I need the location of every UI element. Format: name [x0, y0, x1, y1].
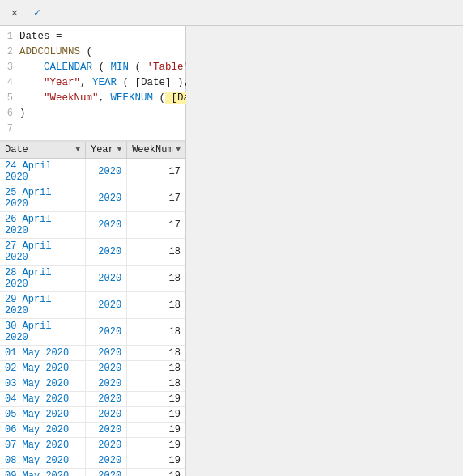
- cell-year: 2020: [85, 319, 126, 346]
- col-header-date: Date▼: [0, 142, 85, 159]
- table-row: 24 April 2020202017: [0, 159, 185, 185]
- close-icon[interactable]: ✕: [6, 5, 23, 21]
- line-content: ): [19, 106, 26, 121]
- cell-year: 2020: [85, 438, 126, 453]
- filter-icon-date[interactable]: ▼: [76, 146, 80, 154]
- cell-date: 30 April 2020: [0, 319, 85, 346]
- code-line: 2ADDCOLUMNS (: [0, 45, 185, 60]
- cell-weeknum: 18: [127, 346, 185, 361]
- cell-date: 08 May 2020: [0, 453, 85, 469]
- cell-date: 03 May 2020: [0, 376, 85, 392]
- cell-year: 2020: [85, 392, 126, 407]
- filter-icon-weeknum[interactable]: ▼: [176, 146, 181, 154]
- cell-date: 09 May 2020: [0, 469, 85, 477]
- line-number: 6: [0, 106, 19, 121]
- cell-weeknum: 18: [127, 319, 185, 346]
- cell-year: 2020: [85, 423, 126, 438]
- cell-weeknum: 18: [127, 266, 185, 292]
- table-container[interactable]: Date▼Year▼WeekNum▼ 24 April 202020201725…: [0, 141, 185, 476]
- table-row: 09 May 2020202019: [0, 469, 185, 477]
- main-layout: 1Dates = 2ADDCOLUMNS (3 CALENDAR ( MIN (…: [0, 26, 463, 476]
- table-row: 02 May 2020202018: [0, 361, 185, 376]
- line-number: 3: [0, 60, 19, 75]
- table-row: 25 April 2020202017: [0, 185, 185, 212]
- table-body: 24 April 202020201725 April 202020201726…: [0, 159, 185, 477]
- cell-date: 07 May 2020: [0, 438, 85, 453]
- line-number: 2: [0, 45, 19, 60]
- cell-year: 2020: [85, 407, 126, 423]
- cell-year: 2020: [85, 376, 126, 392]
- cell-date: 26 April 2020: [0, 212, 85, 239]
- table-row: 07 May 2020202019: [0, 438, 185, 453]
- line-content: Dates =: [19, 29, 68, 45]
- code-line: 4 "Year", YEAR ( [Date] ),: [0, 75, 185, 91]
- cell-weeknum: 18: [127, 376, 185, 392]
- cell-year: 2020: [85, 266, 126, 292]
- line-number: 5: [0, 91, 19, 106]
- confirm-icon[interactable]: ✓: [29, 5, 45, 21]
- right-panel: [186, 26, 463, 476]
- col-header-year: Year▼: [85, 142, 126, 159]
- table-row: 04 May 2020202019: [0, 392, 185, 407]
- cell-weeknum: 18: [127, 361, 185, 376]
- table-row: 27 April 2020202018: [0, 239, 185, 266]
- cell-weeknum: 17: [127, 159, 185, 185]
- cell-date: 02 May 2020: [0, 361, 85, 376]
- table-row: 30 April 2020202018: [0, 319, 185, 346]
- cell-weeknum: 19: [127, 469, 185, 477]
- cell-weeknum: 18: [127, 239, 185, 266]
- code-line: 7: [0, 121, 185, 137]
- code-editor[interactable]: 1Dates = 2ADDCOLUMNS (3 CALENDAR ( MIN (…: [0, 26, 185, 141]
- cell-weeknum: 19: [127, 423, 185, 438]
- cell-weeknum: 19: [127, 392, 185, 407]
- left-panel: 1Dates = 2ADDCOLUMNS (3 CALENDAR ( MIN (…: [0, 26, 186, 476]
- data-table: Date▼Year▼WeekNum▼ 24 April 202020201725…: [0, 142, 185, 476]
- cell-weeknum: 17: [127, 212, 185, 239]
- cell-weeknum: 17: [127, 185, 185, 212]
- cell-weeknum: 19: [127, 407, 185, 423]
- cell-date: 29 April 2020: [0, 292, 85, 319]
- cell-date: 01 May 2020: [0, 346, 85, 361]
- cell-date: 24 April 2020: [0, 159, 85, 185]
- line-number: 1: [0, 29, 19, 45]
- table-row: 01 May 2020202018: [0, 346, 185, 361]
- table-row: 26 April 2020202017: [0, 212, 185, 239]
- cell-year: 2020: [85, 159, 126, 185]
- code-line: 3 CALENDAR ( MIN ( 'Table'[Date] ), MAX …: [0, 60, 185, 75]
- col-header-weeknum: WeekNum▼: [127, 142, 185, 159]
- cell-year: 2020: [85, 239, 126, 266]
- cell-weeknum: 18: [127, 292, 185, 319]
- code-lines: 1Dates = 2ADDCOLUMNS (3 CALENDAR ( MIN (…: [0, 26, 185, 140]
- line-content: ADDCOLUMNS (: [19, 45, 92, 60]
- table-row: 08 May 2020202019: [0, 453, 185, 469]
- line-number: 7: [0, 121, 19, 137]
- table-row: 06 May 2020202019: [0, 423, 185, 438]
- cell-year: 2020: [85, 346, 126, 361]
- table-row: 05 May 2020202019: [0, 407, 185, 423]
- line-content: "Year", YEAR ( [Date] ),: [19, 75, 189, 91]
- cell-year: 2020: [85, 453, 126, 469]
- cell-date: 06 May 2020: [0, 423, 85, 438]
- cell-year: 2020: [85, 185, 126, 212]
- code-line: 1Dates =: [0, 29, 185, 45]
- table-row: 03 May 2020202018: [0, 376, 185, 392]
- line-number: 4: [0, 75, 19, 91]
- table-row: 28 April 2020202018: [0, 266, 185, 292]
- table-header: Date▼Year▼WeekNum▼: [0, 142, 185, 159]
- code-line: 6): [0, 106, 185, 121]
- cell-year: 2020: [85, 361, 126, 376]
- cell-weeknum: 19: [127, 453, 185, 469]
- cell-date: 05 May 2020: [0, 407, 85, 423]
- table-row: 29 April 2020202018: [0, 292, 185, 319]
- toolbar: ✕ ✓: [0, 0, 463, 26]
- cell-year: 2020: [85, 292, 126, 319]
- cell-date: 28 April 2020: [0, 266, 85, 292]
- code-line: 5 "WeekNum", WEEKNUM ( [Date], 2 ): [0, 91, 185, 106]
- cell-year: 2020: [85, 469, 126, 477]
- cell-date: 27 April 2020: [0, 239, 85, 266]
- cell-weeknum: 19: [127, 438, 185, 453]
- cell-date: 04 May 2020: [0, 392, 85, 407]
- filter-icon-year[interactable]: ▼: [117, 146, 121, 154]
- cell-year: 2020: [85, 212, 126, 239]
- cell-date: 25 April 2020: [0, 185, 85, 212]
